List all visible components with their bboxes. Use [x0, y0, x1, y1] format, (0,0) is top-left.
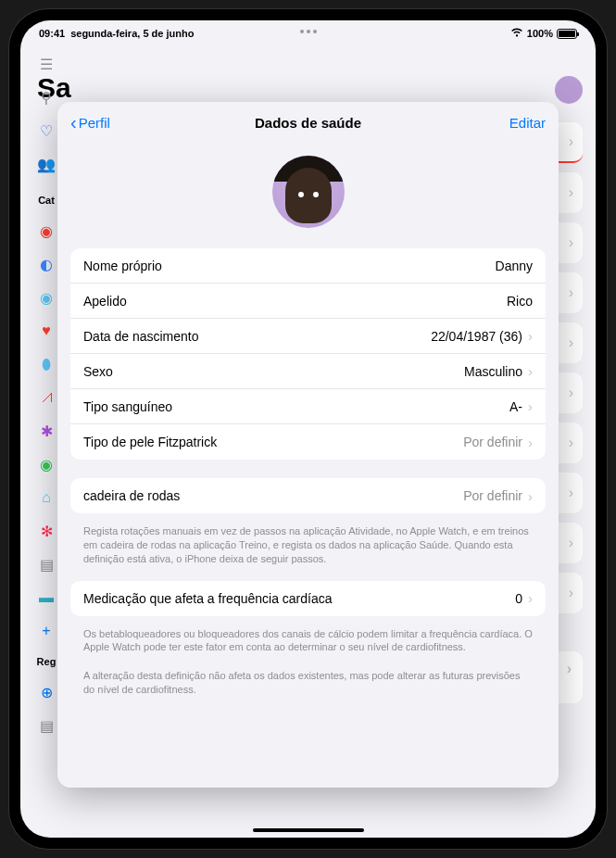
ear-icon: ◐ — [38, 256, 55, 272]
flame-icon: ◉ — [38, 222, 55, 239]
row-value: 0 — [515, 591, 522, 606]
battery-icon — [557, 29, 577, 39]
battery-percent: 100% — [527, 28, 553, 39]
row-value: Rico — [507, 294, 533, 309]
chevron-right-icon: › — [528, 398, 533, 414]
medications-footer-2: A alteração desta definição não afeta os… — [70, 663, 546, 712]
row-label: Medicação que afeta a frequência cardíac… — [83, 591, 333, 606]
chevron-right-icon: › — [528, 590, 533, 606]
nutrition-icon: ◉ — [38, 456, 55, 473]
row-label: Tipo de pele Fitzpatrick — [83, 435, 217, 449]
row-label: Sexo — [83, 364, 113, 379]
sheet-title: Dados de saúde — [255, 115, 361, 131]
wheelchair-footer: Regista rotações manuais em vez de passo… — [70, 519, 546, 581]
people-icon: 👥 — [38, 156, 55, 172]
row-label: cadeira de rodas — [83, 488, 180, 503]
chevron-right-icon: › — [528, 328, 533, 344]
clipboard-icon: ▤ — [38, 556, 55, 573]
cycle-icon: ✻ — [38, 523, 55, 539]
row-label: Data de nascimento — [83, 329, 199, 344]
wifi-icon — [510, 28, 523, 39]
add-record-icon: ⊕ — [38, 684, 55, 700]
wheelchair-row[interactable]: cadeira de rodas Por definir › — [70, 478, 546, 513]
wheelchair-group: cadeira de rodas Por definir › — [70, 478, 546, 513]
edit-button[interactable]: Editar — [509, 115, 546, 131]
row-value: 22/04/1987 (36) — [431, 329, 522, 344]
respiratory-icon: ⌂ — [38, 489, 55, 506]
status-time: 09:41 — [39, 28, 65, 39]
sex-row[interactable]: Sexo Masculino › — [70, 354, 546, 389]
dob-row[interactable]: Data de nascimento 22/04/1987 (36) › — [70, 319, 546, 354]
medications-group: Medicação que afeta a frequência cardíac… — [70, 581, 546, 616]
home-indicator[interactable] — [253, 828, 364, 832]
chevron-left-icon: ‹ — [70, 112, 77, 133]
skin-type-row[interactable]: Tipo de pele Fitzpatrick Por definir › — [70, 424, 546, 460]
vitals-icon: ⩘ — [38, 389, 55, 406]
row-value: Danny — [496, 259, 533, 273]
body-icon: ✱ — [38, 423, 55, 439]
heart-icon: ♥ — [38, 322, 55, 339]
last-name-row[interactable]: Apelido Rico — [70, 284, 546, 319]
profile-avatar[interactable] — [272, 156, 345, 228]
row-label: Tipo sanguíneo — [83, 399, 172, 414]
bed-icon: ▬ — [38, 589, 55, 606]
heart-outline-icon: ♡ — [38, 122, 55, 139]
pills-icon: ⬮ — [38, 356, 55, 372]
back-label: Perfil — [79, 115, 110, 131]
plus-icon: + — [38, 623, 55, 639]
status-bar: 09:41 segunda-feira, 5 de junho 100% — [20, 20, 596, 43]
doc-icon: ▤ — [38, 717, 55, 734]
row-label: Nome próprio — [83, 259, 162, 273]
records-label: Reg — [37, 656, 57, 667]
categories-label: Cat — [38, 195, 55, 206]
chevron-right-icon: › — [528, 435, 533, 450]
status-date: segunda-feira, 5 de junho — [70, 28, 194, 39]
row-value: Por definir — [463, 488, 522, 503]
sidebar-toggle-icon: ☰ — [38, 56, 55, 72]
profile-avatar-small — [555, 76, 583, 104]
app-title-partial: Sa — [37, 72, 71, 104]
row-value: Masculino — [464, 364, 522, 379]
back-button[interactable]: ‹ Perfil — [70, 112, 110, 133]
mind-icon: ◉ — [38, 289, 55, 306]
search-icon: ⚲ — [38, 89, 55, 106]
medications-footer-1: Os betabloqueadores ou bloqueadores dos … — [70, 622, 546, 664]
sheet-nav: ‹ Perfil Dados de saúde Editar — [57, 102, 559, 143]
first-name-row[interactable]: Nome próprio Danny — [70, 248, 546, 284]
row-value: Por definir — [463, 435, 522, 449]
row-value: A- — [509, 399, 522, 414]
blood-type-row[interactable]: Tipo sanguíneo A- › — [70, 389, 546, 424]
chevron-right-icon: › — [528, 488, 533, 504]
chevron-right-icon: › — [528, 363, 533, 379]
row-label: Apelido — [83, 294, 127, 309]
personal-info-group: Nome próprio Danny Apelido Rico Data de … — [70, 248, 546, 460]
health-details-sheet: ‹ Perfil Dados de saúde Editar Nome próp… — [57, 102, 559, 788]
medications-row[interactable]: Medicação que afeta a frequência cardíac… — [70, 581, 546, 616]
